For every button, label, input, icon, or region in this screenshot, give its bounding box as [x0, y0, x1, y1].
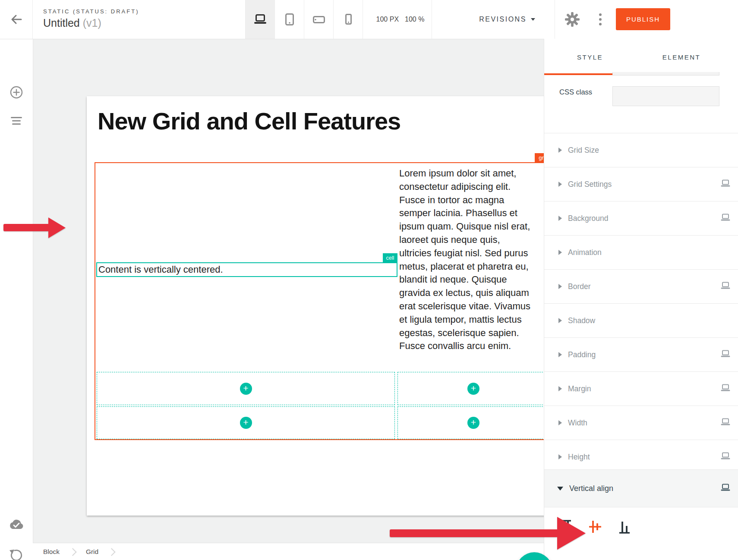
left-sidebar [0, 39, 33, 560]
zoom-percent-value: 100 % [405, 16, 424, 23]
toolbar-divider [32, 0, 33, 39]
revisions-label: REVISIONS [479, 16, 527, 23]
section-margin[interactable]: Margin [544, 371, 738, 406]
css-class-label: CSS class [559, 88, 592, 96]
kebab-dot [599, 18, 602, 21]
device-laptop-icon [720, 384, 731, 393]
css-class-input[interactable] [612, 86, 719, 106]
add-block-button[interactable] [9, 85, 24, 100]
device-tab-tablet-landscape[interactable] [304, 0, 334, 39]
kebab-dot [599, 23, 602, 25]
page-title: Untitled (v1) [43, 17, 139, 29]
breadcrumb-item-grid[interactable]: Grid [86, 548, 98, 556]
add-content-button[interactable]: + [467, 417, 479, 429]
tab-element[interactable]: ELEMENT [636, 39, 727, 75]
section-label: Height [568, 453, 590, 462]
section-animation[interactable]: Animation [544, 235, 738, 269]
page-title-text: Untitled [43, 17, 80, 29]
phone-icon [343, 13, 353, 26]
laptop-icon [253, 14, 268, 25]
page-heading[interactable]: New Grid and Cell Features [98, 107, 401, 135]
device-tab-tablet-portrait[interactable] [275, 0, 304, 39]
add-content-button[interactable]: + [467, 383, 479, 395]
section-grid-size[interactable]: Grid Size [544, 133, 738, 167]
align-bottom-icon [616, 518, 633, 535]
editor-canvas: New Grid and Cell Features grid Lorem ip… [33, 39, 544, 560]
device-laptop-icon [720, 418, 731, 428]
align-top-icon [557, 518, 574, 535]
arrow-left-icon [7, 10, 25, 28]
section-shadow[interactable]: Shadow [544, 303, 738, 337]
section-label: Shadow [568, 316, 595, 325]
section-label: Padding [568, 350, 596, 359]
plus-circle-icon [9, 85, 23, 99]
publish-button[interactable]: PUBLISH [616, 8, 670, 30]
section-label: Border [568, 282, 591, 291]
section-label: Background [568, 214, 608, 223]
more-options-button[interactable] [596, 11, 605, 28]
chevron-right-icon [558, 148, 562, 153]
vertical-align-options [544, 507, 738, 560]
toolbar-divider [555, 0, 555, 39]
add-content-button[interactable]: + [240, 417, 252, 429]
top-toolbar: STATIC (STATUS: DRAFT) Untitled (v1) [0, 0, 738, 39]
selected-cell-outline[interactable]: Content is vertically centered. [96, 262, 397, 277]
section-background[interactable]: Background [544, 201, 738, 235]
chevron-right-icon [558, 352, 562, 357]
breadcrumb-bar: BlockGrid [33, 543, 544, 560]
back-button[interactable] [7, 10, 25, 28]
device-laptop-icon [720, 282, 731, 291]
inspector-tabs: STYLE ELEMENT [544, 39, 738, 75]
section-label: Grid Settings [568, 180, 612, 189]
section-width[interactable]: Width [544, 406, 738, 440]
cell-content-text: Content is vertically centered. [97, 264, 223, 275]
cloud-check-icon [9, 519, 24, 531]
section-vertical-align[interactable]: Vertical align [544, 469, 738, 507]
chevron-right-icon [558, 386, 562, 391]
revisions-dropdown[interactable]: REVISIONS [470, 0, 544, 39]
undo-button[interactable] [9, 547, 24, 560]
settings-button[interactable] [565, 12, 580, 27]
section-label: Animation [568, 248, 602, 257]
layers-outline-button[interactable] [9, 113, 24, 129]
device-laptop-icon [720, 214, 731, 223]
tab-style[interactable]: STYLE [544, 39, 636, 75]
scrolled-input-partial[interactable] [612, 72, 719, 76]
save-status-indicator [9, 517, 24, 532]
empty-grid-cell: + [97, 406, 395, 439]
device-tab-desktop[interactable] [246, 0, 275, 39]
section-grid-settings[interactable]: Grid Settings [544, 167, 738, 201]
gear-icon [565, 12, 580, 27]
grid-right-column-text[interactable]: Lorem ipsum dolor sit amet, consectetur … [399, 167, 530, 353]
add-content-button[interactable]: + [240, 383, 252, 395]
section-label: Margin [568, 384, 591, 393]
tablet-landscape-icon [312, 14, 326, 25]
section-padding[interactable]: Padding [544, 337, 738, 371]
align-top-button[interactable] [556, 517, 575, 536]
chevron-right-icon [558, 284, 562, 289]
page-version: (v1) [83, 17, 101, 29]
toolbar-divider [432, 0, 432, 39]
device-tab-phone[interactable] [334, 0, 363, 39]
section-border[interactable]: Border [544, 269, 738, 303]
chevron-down-icon [557, 487, 563, 491]
chevron-right-icon [108, 548, 116, 556]
chevron-right-icon [558, 250, 562, 255]
section-label: Vertical align [569, 484, 613, 493]
device-preview-switcher [245, 0, 363, 39]
chevron-right-icon [69, 548, 76, 556]
chevron-right-icon [558, 182, 562, 187]
layers-list-icon [10, 116, 23, 126]
chevron-down-icon [531, 18, 535, 21]
page-status-label: STATIC (STATUS: DRAFT) [43, 8, 139, 15]
align-middle-button[interactable] [586, 517, 605, 536]
chevron-right-icon [558, 318, 562, 323]
zoom-readout: 100 PX 100 % [369, 0, 432, 39]
chevron-right-icon [558, 216, 562, 221]
tablet-portrait-icon [284, 13, 296, 26]
device-laptop-icon [720, 452, 731, 462]
empty-grid-cell: + [97, 372, 395, 405]
align-bottom-button[interactable] [615, 517, 634, 536]
section-height[interactable]: Height [544, 440, 738, 474]
breadcrumb-item-block[interactable]: Block [43, 548, 60, 556]
